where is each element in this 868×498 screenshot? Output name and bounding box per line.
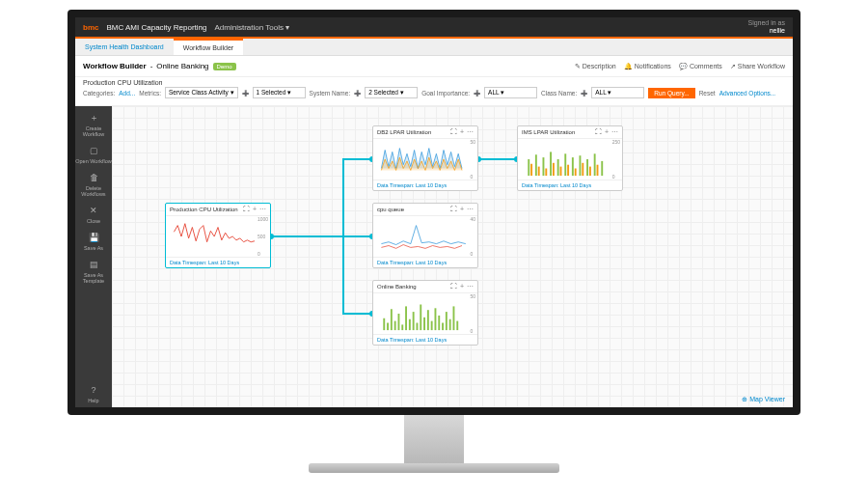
advanced-options-link[interactable]: Advanced Options... bbox=[719, 90, 776, 97]
svg-rect-35 bbox=[557, 159, 559, 176]
plus-icon[interactable]: ➕ bbox=[474, 90, 480, 97]
svg-rect-47 bbox=[601, 161, 603, 176]
system-name-select[interactable]: 2 Selected ▾ bbox=[365, 87, 418, 98]
svg-rect-34 bbox=[553, 163, 555, 176]
help-icon: ? bbox=[89, 386, 98, 396]
tab-workflow-builder[interactable]: Workflow Builder bbox=[174, 39, 243, 55]
svg-rect-6 bbox=[383, 318, 385, 330]
sidebar-save-template[interactable]: ▤Save As Template bbox=[75, 257, 112, 288]
svg-rect-27 bbox=[528, 159, 529, 176]
user-info[interactable]: Signed in as nellie bbox=[747, 19, 785, 34]
service-count-select[interactable]: 1 Selected ▾ bbox=[253, 87, 306, 98]
node-online-banking[interactable]: Online Banking⛶+⋯ 500 Data Timespan: Las… bbox=[372, 280, 478, 346]
bmc-logo: bmc bbox=[83, 23, 98, 32]
sidebar-close[interactable]: ✕Close bbox=[75, 203, 112, 228]
node-cpu-queue[interactable]: cpu queue⛶+⋯ 400 Data Timespan: Last 10 … bbox=[372, 203, 478, 268]
plus-icon[interactable]: + bbox=[460, 283, 464, 290]
map-viewer-link[interactable]: ⊕ Map Viewer bbox=[742, 396, 785, 403]
trash-icon: 🗑 bbox=[89, 174, 98, 183]
plus-icon[interactable]: + bbox=[460, 128, 464, 136]
svg-rect-42 bbox=[582, 163, 583, 176]
svg-rect-10 bbox=[398, 314, 400, 330]
document-icon: ▢ bbox=[89, 147, 98, 156]
svg-rect-24 bbox=[449, 319, 451, 330]
svg-rect-20 bbox=[435, 308, 437, 330]
svg-rect-22 bbox=[442, 323, 444, 331]
svg-rect-40 bbox=[575, 169, 577, 177]
plus-icon[interactable]: + bbox=[253, 206, 257, 213]
plus-icon[interactable]: ➕ bbox=[242, 90, 249, 97]
svg-rect-37 bbox=[564, 153, 566, 176]
svg-rect-18 bbox=[427, 310, 429, 330]
app-title: BMC AMI Capacity Reporting bbox=[106, 23, 206, 32]
template-icon: ▤ bbox=[89, 261, 98, 270]
svg-rect-32 bbox=[545, 169, 547, 177]
close-icon: ✕ bbox=[89, 207, 98, 216]
sidebar-open-workflow[interactable]: ▢Open Workflow bbox=[75, 143, 112, 168]
add-categories-link[interactable]: Add... bbox=[119, 90, 135, 97]
node-db2-lpar[interactable]: DB2 LPAR Utilization⛶+⋯ 500 Data Timespa… bbox=[372, 125, 478, 191]
node-ims-lpar[interactable]: IMS LPAR Utilization⛶+⋯ 2500 Data Timesp… bbox=[517, 125, 623, 191]
svg-rect-44 bbox=[589, 167, 591, 177]
sidebar-create-workflow[interactable]: ＋Create Workflow bbox=[75, 110, 112, 141]
svg-rect-21 bbox=[438, 316, 440, 330]
service-class-select[interactable]: Service Class Activity ▾ bbox=[165, 87, 238, 98]
svg-rect-8 bbox=[391, 309, 393, 330]
svg-rect-41 bbox=[580, 155, 582, 176]
sidebar: ＋Create Workflow ▢Open Workflow 🗑Delete … bbox=[75, 106, 112, 407]
more-icon[interactable]: ⋯ bbox=[467, 128, 474, 136]
tab-bar: System Health Dashboard Workflow Builder bbox=[75, 39, 793, 56]
svg-rect-25 bbox=[453, 306, 455, 330]
plus-icon[interactable]: + bbox=[605, 128, 609, 136]
page-title: Workflow Builder bbox=[83, 62, 147, 70]
svg-rect-31 bbox=[543, 157, 545, 176]
sidebar-help[interactable]: ?Help bbox=[75, 382, 112, 407]
sidebar-delete-workflows[interactable]: 🗑Delete Workflows bbox=[75, 170, 112, 201]
plus-icon: ＋ bbox=[89, 114, 98, 124]
demo-badge: Demo bbox=[213, 63, 236, 70]
tab-dashboard[interactable]: System Health Dashboard bbox=[75, 39, 174, 55]
svg-rect-16 bbox=[420, 305, 421, 331]
description-button[interactable]: ✎ Description bbox=[575, 63, 616, 70]
svg-rect-28 bbox=[530, 164, 532, 176]
svg-rect-43 bbox=[586, 159, 588, 176]
node-production-cpu[interactable]: Production CPU Utilization⛶+⋯ 10005000 D… bbox=[165, 203, 271, 268]
more-icon[interactable]: ⋯ bbox=[467, 206, 474, 213]
expand-icon[interactable]: ⛶ bbox=[595, 128, 602, 136]
svg-rect-26 bbox=[456, 321, 458, 331]
goal-select[interactable]: ALL ▾ bbox=[484, 87, 537, 98]
save-icon: 💾 bbox=[89, 234, 98, 243]
run-query-button[interactable]: Run Query... bbox=[648, 88, 694, 98]
svg-rect-9 bbox=[394, 321, 396, 331]
svg-rect-7 bbox=[387, 323, 389, 331]
svg-rect-46 bbox=[597, 165, 599, 176]
comments-button[interactable]: 💬 Comments bbox=[679, 63, 722, 70]
expand-icon[interactable]: ⛶ bbox=[450, 283, 457, 290]
svg-rect-38 bbox=[567, 165, 569, 176]
plus-icon[interactable]: ➕ bbox=[581, 90, 587, 97]
plus-icon[interactable]: ➕ bbox=[354, 90, 361, 97]
filter-title: Production CPU Utilization bbox=[83, 79, 785, 86]
plus-icon[interactable]: + bbox=[460, 206, 464, 213]
more-icon[interactable]: ⋯ bbox=[467, 283, 474, 290]
svg-rect-29 bbox=[535, 154, 537, 176]
svg-rect-17 bbox=[423, 318, 425, 330]
svg-rect-12 bbox=[405, 306, 407, 330]
top-bar: bmc BMC AMI Capacity Reporting Administr… bbox=[75, 17, 793, 37]
more-icon[interactable]: ⋯ bbox=[259, 206, 266, 213]
workflow-canvas[interactable]: Production CPU Utilization⛶+⋯ 10005000 D… bbox=[112, 106, 793, 407]
svg-rect-13 bbox=[409, 319, 411, 330]
admin-menu[interactable]: Administration Tools ▾ bbox=[215, 23, 290, 32]
class-select[interactable]: ALL ▾ bbox=[591, 87, 644, 98]
expand-icon[interactable]: ⛶ bbox=[450, 206, 457, 213]
more-icon[interactable]: ⋯ bbox=[611, 128, 618, 136]
expand-icon[interactable]: ⛶ bbox=[450, 128, 457, 136]
svg-rect-14 bbox=[413, 312, 415, 330]
notifications-button[interactable]: 🔔 Notifications bbox=[624, 63, 671, 70]
share-button[interactable]: ↗ Share Workflow bbox=[730, 63, 785, 70]
expand-icon[interactable]: ⛶ bbox=[243, 206, 250, 213]
filter-bar: Production CPU Utilization Categories: A… bbox=[75, 77, 793, 106]
reset-link[interactable]: Reset bbox=[699, 90, 716, 97]
sidebar-save-as[interactable]: 💾Save As bbox=[75, 230, 112, 255]
svg-rect-45 bbox=[594, 153, 596, 176]
